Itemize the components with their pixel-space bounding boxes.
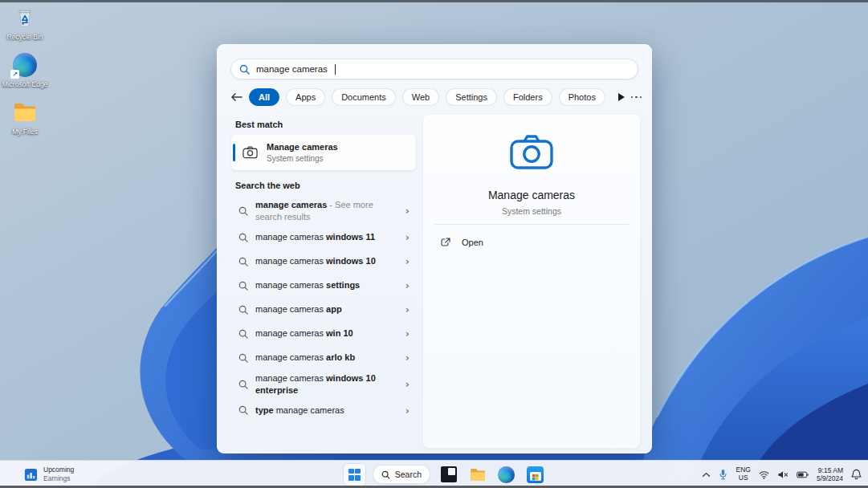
- search-icon: [231, 329, 255, 339]
- insert-suggestion-chevron[interactable]: ›: [405, 280, 410, 291]
- web-suggestion-row[interactable]: manage cameras windows 11›: [231, 226, 416, 250]
- video-frame-edge-top: [0, 0, 868, 2]
- desktop-icon-microsoft-edge[interactable]: ↗ Microsoft Edge: [2, 52, 48, 88]
- back-button[interactable]: [230, 88, 242, 106]
- desktop-icon-label: My Files: [12, 128, 38, 136]
- web-suggestion-row[interactable]: type manage cameras›: [231, 398, 416, 422]
- suggestion-text: manage cameras win 10: [255, 327, 387, 340]
- web-suggestion-row[interactable]: manage cameras win 10›: [231, 322, 416, 346]
- search-icon: [231, 233, 255, 242]
- web-suggestion-row[interactable]: manage cameras windows 10›: [231, 250, 416, 274]
- open-label: Open: [462, 238, 483, 247]
- search-icon: [231, 257, 255, 266]
- filter-tab-apps[interactable]: Apps: [286, 88, 325, 106]
- notification-bell-icon: [851, 469, 862, 480]
- web-suggestion-row[interactable]: manage cameras - See more search results…: [231, 197, 416, 226]
- taskbar-search-label: Search: [395, 470, 422, 479]
- desktop-icon-label: Microsoft Edge: [2, 80, 48, 88]
- desktop-icon-my-files[interactable]: My Files: [2, 100, 48, 136]
- camera-icon: [242, 146, 258, 159]
- shortcut-arrow-icon: ↗: [10, 70, 19, 79]
- file-explorer-button[interactable]: [467, 464, 488, 486]
- recycle-bin-icon: [12, 5, 38, 31]
- chevron-up-icon: [702, 472, 711, 478]
- tray-date: 5/9/2024: [817, 474, 843, 482]
- language-switcher[interactable]: ENG US: [736, 466, 750, 482]
- edge-browser-button[interactable]: [495, 464, 517, 486]
- wifi-icon: [759, 470, 769, 479]
- suggestion-text: manage cameras settings: [255, 279, 387, 291]
- play-button[interactable]: [618, 90, 625, 104]
- insert-suggestion-chevron[interactable]: ›: [405, 328, 410, 339]
- insert-suggestion-chevron[interactable]: ›: [405, 352, 410, 363]
- notification-center-button[interactable]: [851, 469, 862, 480]
- insert-suggestion-chevron[interactable]: ›: [405, 304, 410, 315]
- search-icon: [231, 380, 255, 389]
- insert-suggestion-chevron[interactable]: ›: [405, 256, 410, 266]
- insert-suggestion-chevron[interactable]: ›: [405, 405, 410, 416]
- filter-tab-photos[interactable]: Photos: [559, 88, 605, 106]
- insert-suggestion-chevron[interactable]: ›: [405, 205, 410, 216]
- microsoft-store-button[interactable]: [524, 464, 546, 486]
- suggestion-text: manage cameras - See more search results: [255, 199, 387, 223]
- filter-tab-settings[interactable]: Settings: [446, 88, 497, 106]
- start-button[interactable]: [344, 464, 365, 486]
- folder-icon: [12, 100, 38, 125]
- filter-tabs: AllAppsDocumentsWebSettingsFoldersPhotos: [249, 88, 605, 106]
- search-filter-row: AllAppsDocumentsWebSettingsFoldersPhotos: [230, 87, 638, 108]
- microphone-icon: [719, 469, 727, 480]
- web-suggestion-row[interactable]: manage cameras app›: [231, 298, 416, 322]
- taskbar-center-icons: Search: [344, 461, 546, 488]
- widget-line1: Upcoming: [43, 466, 74, 474]
- more-options-button[interactable]: [631, 96, 642, 99]
- selection-accent-bar: [233, 144, 235, 161]
- filter-tab-all[interactable]: All: [249, 88, 279, 106]
- search-icon: [381, 470, 390, 479]
- search-icon: [231, 353, 255, 363]
- search-input[interactable]: manage cameras: [230, 59, 638, 79]
- preview-title: Manage cameras: [423, 189, 640, 201]
- best-match-result[interactable]: Manage cameras System settings: [231, 135, 416, 170]
- web-suggestion-list: manage cameras - See more search results…: [231, 197, 416, 422]
- search-icon: [231, 405, 255, 415]
- clock-date-button[interactable]: 9:15 AM 5/9/2024: [817, 466, 843, 482]
- insert-suggestion-chevron[interactable]: ›: [405, 379, 410, 389]
- system-tray: ENG US 9:15 AM 5/9/2024: [702, 461, 862, 488]
- widgets-button[interactable]: Upcoming Earnings: [18, 461, 80, 488]
- taskbar-search-button[interactable]: Search: [373, 465, 430, 484]
- language-line2: US: [739, 474, 748, 482]
- desktop-icon-column: Recycle Bin ↗ Microsoft Edge My Files: [2, 5, 48, 136]
- preview-subtitle: System settings: [423, 206, 640, 216]
- filter-tab-folders[interactable]: Folders: [503, 88, 552, 106]
- edge-icon: ↗: [12, 52, 38, 78]
- volume-button[interactable]: [777, 470, 789, 479]
- suggestion-text: manage cameras app: [255, 303, 387, 315]
- insert-suggestion-chevron[interactable]: ›: [405, 232, 410, 242]
- dark-app-icon: [441, 466, 457, 482]
- play-icon: [618, 93, 625, 101]
- tray-time: 9:15 AM: [818, 466, 843, 474]
- open-external-icon: [441, 238, 450, 247]
- desktop-icon-recycle-bin[interactable]: Recycle Bin: [2, 5, 48, 41]
- web-suggestion-row[interactable]: manage cameras settings›: [231, 274, 416, 298]
- battery-button[interactable]: [797, 471, 809, 478]
- microphone-tray-button[interactable]: [719, 469, 727, 480]
- search-query-text: manage cameras: [256, 64, 328, 74]
- suggestion-text: manage cameras windows 11: [255, 231, 387, 243]
- web-suggestion-row[interactable]: manage cameras arlo kb›: [231, 346, 416, 370]
- suggestion-text: manage cameras windows 10: [255, 255, 387, 267]
- result-preview-card: Manage cameras System settings Open: [423, 115, 640, 448]
- widget-line2: Earnings: [43, 474, 74, 483]
- suggestion-text: type manage cameras: [255, 405, 387, 417]
- edge-icon: [498, 466, 515, 483]
- filter-tab-web[interactable]: Web: [402, 88, 439, 106]
- search-icon: [239, 64, 250, 75]
- web-suggestion-row[interactable]: manage cameras windows 10 enterprise›: [231, 370, 416, 399]
- filter-tab-documents[interactable]: Documents: [332, 88, 396, 106]
- network-button[interactable]: [759, 470, 769, 479]
- hidden-icons-button[interactable]: [702, 472, 711, 478]
- open-action[interactable]: Open: [431, 230, 632, 254]
- search-icon: [231, 305, 255, 315]
- best-match-title: Manage cameras: [267, 141, 338, 152]
- pinned-app-button[interactable]: [438, 464, 459, 486]
